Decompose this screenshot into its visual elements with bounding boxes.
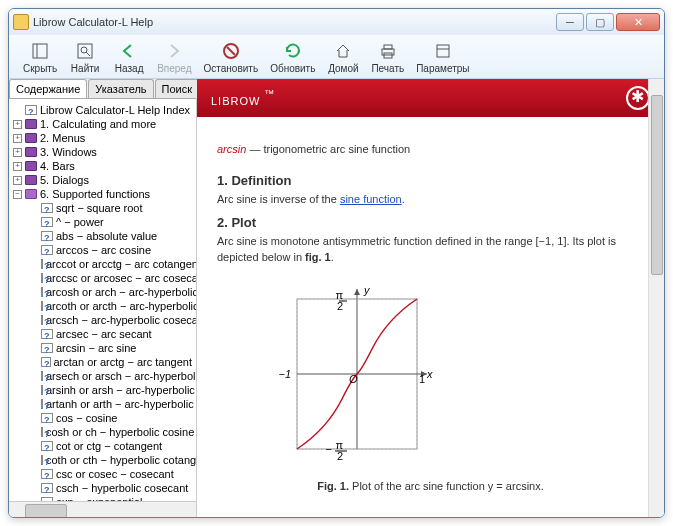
tree-leaf[interactable]: cot or ctg − cotangent [11,439,194,453]
page-icon [41,301,43,311]
definition-text: Arc sine is inverse of the sine function… [217,192,644,207]
back-button[interactable]: Назад [107,38,151,76]
section-definition: 1. Definition [217,173,644,188]
app-icon [13,14,29,30]
tree-leaf[interactable]: csc or cosec − cosecant [11,467,194,481]
svg-text:2: 2 [337,300,343,312]
tree-leaf[interactable]: arcoth or arcth − arc-hyperbolic cotange… [11,299,194,313]
arcsin-plot: −1 1 O x y π 2 π 2 − [257,279,644,471]
page-icon [41,413,53,423]
svg-text:O: O [349,373,358,385]
tree-leaf[interactable]: arctan or arctg − arc tangent [11,355,194,369]
tree-leaf[interactable]: arcsin − arc sine [11,341,194,355]
tree-leaf[interactable]: arcsec − arc secant [11,327,194,341]
tree-leaf[interactable]: arccsc or arcosec − arc cosecant [11,271,194,285]
tab-contents[interactable]: Содержание [9,79,87,98]
tree-leaf[interactable]: arcosh or arch − arc-hyperbolic cosine [11,285,194,299]
page-icon [41,315,43,325]
tree-leaf[interactable]: coth or cth − hyperbolic cotangent [11,453,194,467]
print-icon [377,40,399,62]
page-icon [41,273,43,283]
options-button[interactable]: Параметры [410,38,475,76]
svg-text:2: 2 [337,450,343,462]
article: arcsin — trigonometric arc sine function… [197,117,664,517]
tree-leaf[interactable]: abs − absolute value [11,229,194,243]
svg-line-6 [227,47,235,55]
close-button[interactable]: ✕ [616,13,660,31]
window-title: Librow Calculator-L Help [33,16,556,28]
refresh-icon [282,40,304,62]
minimize-button[interactable]: ─ [556,13,584,31]
page-icon [41,343,53,353]
content-pane: LIBROW ™ arcsin — trigonometric arc sine… [197,79,664,517]
page-icon [41,217,53,227]
sine-link[interactable]: sine function [340,193,402,205]
tree-node[interactable]: +5. Dialogs [11,173,194,187]
hide-icon [29,40,51,62]
print-button[interactable]: Печать [365,38,410,76]
find-button[interactable]: Найти [63,38,107,76]
maximize-button[interactable]: ▢ [586,13,614,31]
refresh-button[interactable]: Обновить [264,38,321,76]
options-icon [432,40,454,62]
tree-hscroll[interactable] [9,501,196,517]
tree-leaf[interactable]: arsech or arsch − arc-hyperbolic secant [11,369,194,383]
brand-bar: LIBROW ™ [197,79,664,117]
home-icon [332,40,354,62]
tree-node[interactable]: +2. Menus [11,131,194,145]
tree-leaf[interactable]: cos − cosine [11,411,194,425]
content-vscroll[interactable] [648,79,664,517]
help-window: Librow Calculator-L Help ─ ▢ ✕ Скрыть На… [8,8,665,518]
svg-line-4 [86,52,90,56]
page-icon [41,357,51,367]
tab-search[interactable]: Поиск [155,79,199,98]
tree-leaf[interactable]: arccos − arc cosine [11,243,194,257]
tree-node-open[interactable]: −6. Supported functions [11,187,194,201]
home-button[interactable]: Домой [321,38,365,76]
page-icon [41,287,43,297]
article-title: arcsin — trigonometric arc sine function [217,133,644,159]
svg-text:y: y [363,284,371,296]
nav-pane: Содержание Указатель Поиск Librow Calcul… [9,79,197,517]
stop-icon [220,40,242,62]
tree-leaf[interactable]: artanh or arth − arc-hyperbolic tangent [11,397,194,411]
tree-leaf[interactable]: cosh or ch − hyperbolic cosine [11,425,194,439]
svg-rect-0 [33,44,47,58]
brand-text: LIBROW ™ [211,87,275,110]
section-plot: 2. Plot [217,215,644,230]
stop-button[interactable]: Остановить [198,38,265,76]
page-icon [41,371,43,381]
svg-text:1: 1 [419,373,425,385]
toolbar: Скрыть Найти Назад Вперед Остановить Обн… [9,35,664,79]
tree-node[interactable]: +4. Bars [11,159,194,173]
contents-tree[interactable]: Librow Calculator-L Help Index +1. Calcu… [9,99,196,501]
tree-leaf[interactable]: arccot or arcctg − arc cotangent [11,257,194,271]
hide-button[interactable]: Скрыть [17,38,63,76]
brand-logo-icon [626,86,650,110]
svg-text:−1: −1 [278,368,291,380]
tab-index[interactable]: Указатель [88,79,153,98]
page-icon [41,483,53,493]
page-icon [41,399,43,409]
titlebar: Librow Calculator-L Help ─ ▢ ✕ [9,9,664,35]
tree-node[interactable]: +3. Windows [11,145,194,159]
svg-rect-8 [384,45,392,49]
tree-node[interactable]: +1. Calculating and more [11,117,194,131]
page-icon [41,455,43,465]
tree-leaf[interactable]: arcsch − arc-hyperbolic cosecant [11,313,194,327]
page-icon [41,385,43,395]
scroll-thumb[interactable] [651,95,663,275]
back-icon [118,40,140,62]
plot-text: Arc sine is monotone antisymmetric funct… [217,234,644,265]
tree-leaf[interactable]: csch − hyperbolic cosecant [11,481,194,495]
nav-tabs: Содержание Указатель Поиск [9,79,196,99]
page-icon [41,441,53,451]
tree-leaf[interactable]: ^ − power [11,215,194,229]
tree-leaf[interactable]: arsinh or arsh − arc-hyperbolic sine [11,383,194,397]
find-icon [74,40,96,62]
page-icon [41,329,53,339]
svg-text:x: x [426,368,433,380]
tree-leaf[interactable]: sqrt − square root [11,201,194,215]
tree-root[interactable]: Librow Calculator-L Help Index [11,103,194,117]
page-icon [41,427,43,437]
